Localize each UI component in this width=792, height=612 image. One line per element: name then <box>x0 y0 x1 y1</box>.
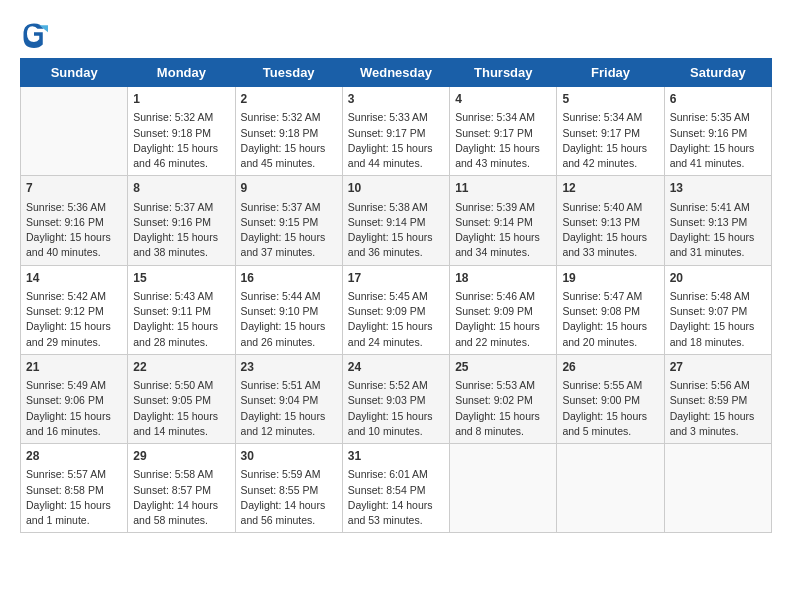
day-number: 3 <box>348 91 444 108</box>
day-info: Sunrise: 5:59 AMSunset: 8:55 PMDaylight:… <box>241 468 326 526</box>
calendar-cell: 22Sunrise: 5:50 AMSunset: 9:05 PMDayligh… <box>128 354 235 443</box>
calendar-cell <box>450 444 557 533</box>
day-info: Sunrise: 5:46 AMSunset: 9:09 PMDaylight:… <box>455 290 540 348</box>
day-info: Sunrise: 5:32 AMSunset: 9:18 PMDaylight:… <box>241 111 326 169</box>
calendar-cell: 29Sunrise: 5:58 AMSunset: 8:57 PMDayligh… <box>128 444 235 533</box>
calendar-cell: 18Sunrise: 5:46 AMSunset: 9:09 PMDayligh… <box>450 265 557 354</box>
day-info: Sunrise: 5:37 AMSunset: 9:15 PMDaylight:… <box>241 201 326 259</box>
day-number: 1 <box>133 91 229 108</box>
day-number: 24 <box>348 359 444 376</box>
weekday-header-sunday: Sunday <box>21 59 128 87</box>
day-info: Sunrise: 5:43 AMSunset: 9:11 PMDaylight:… <box>133 290 218 348</box>
day-number: 4 <box>455 91 551 108</box>
day-number: 29 <box>133 448 229 465</box>
calendar-cell: 9Sunrise: 5:37 AMSunset: 9:15 PMDaylight… <box>235 176 342 265</box>
day-number: 28 <box>26 448 122 465</box>
calendar-cell: 11Sunrise: 5:39 AMSunset: 9:14 PMDayligh… <box>450 176 557 265</box>
logo <box>20 20 52 48</box>
day-info: Sunrise: 5:52 AMSunset: 9:03 PMDaylight:… <box>348 379 433 437</box>
day-number: 27 <box>670 359 766 376</box>
calendar-week-row: 21Sunrise: 5:49 AMSunset: 9:06 PMDayligh… <box>21 354 772 443</box>
day-number: 19 <box>562 270 658 287</box>
calendar-cell <box>664 444 771 533</box>
day-info: Sunrise: 5:47 AMSunset: 9:08 PMDaylight:… <box>562 290 647 348</box>
calendar-cell: 12Sunrise: 5:40 AMSunset: 9:13 PMDayligh… <box>557 176 664 265</box>
day-info: Sunrise: 5:39 AMSunset: 9:14 PMDaylight:… <box>455 201 540 259</box>
day-info: Sunrise: 6:01 AMSunset: 8:54 PMDaylight:… <box>348 468 433 526</box>
day-info: Sunrise: 5:33 AMSunset: 9:17 PMDaylight:… <box>348 111 433 169</box>
day-number: 14 <box>26 270 122 287</box>
day-number: 11 <box>455 180 551 197</box>
calendar-cell: 7Sunrise: 5:36 AMSunset: 9:16 PMDaylight… <box>21 176 128 265</box>
day-info: Sunrise: 5:49 AMSunset: 9:06 PMDaylight:… <box>26 379 111 437</box>
page-header <box>20 20 772 48</box>
day-number: 23 <box>241 359 337 376</box>
day-number: 25 <box>455 359 551 376</box>
day-info: Sunrise: 5:48 AMSunset: 9:07 PMDaylight:… <box>670 290 755 348</box>
calendar-cell: 13Sunrise: 5:41 AMSunset: 9:13 PMDayligh… <box>664 176 771 265</box>
calendar-cell: 1Sunrise: 5:32 AMSunset: 9:18 PMDaylight… <box>128 87 235 176</box>
calendar-cell: 2Sunrise: 5:32 AMSunset: 9:18 PMDaylight… <box>235 87 342 176</box>
calendar-week-row: 28Sunrise: 5:57 AMSunset: 8:58 PMDayligh… <box>21 444 772 533</box>
calendar-cell: 31Sunrise: 6:01 AMSunset: 8:54 PMDayligh… <box>342 444 449 533</box>
calendar-cell: 20Sunrise: 5:48 AMSunset: 9:07 PMDayligh… <box>664 265 771 354</box>
logo-icon <box>20 20 48 48</box>
calendar-cell: 26Sunrise: 5:55 AMSunset: 9:00 PMDayligh… <box>557 354 664 443</box>
day-number: 26 <box>562 359 658 376</box>
weekday-header-friday: Friday <box>557 59 664 87</box>
day-info: Sunrise: 5:37 AMSunset: 9:16 PMDaylight:… <box>133 201 218 259</box>
day-number: 9 <box>241 180 337 197</box>
calendar-cell: 15Sunrise: 5:43 AMSunset: 9:11 PMDayligh… <box>128 265 235 354</box>
day-info: Sunrise: 5:44 AMSunset: 9:10 PMDaylight:… <box>241 290 326 348</box>
day-number: 2 <box>241 91 337 108</box>
day-number: 5 <box>562 91 658 108</box>
weekday-header-row: SundayMondayTuesdayWednesdayThursdayFrid… <box>21 59 772 87</box>
day-info: Sunrise: 5:34 AMSunset: 9:17 PMDaylight:… <box>455 111 540 169</box>
weekday-header-wednesday: Wednesday <box>342 59 449 87</box>
day-number: 8 <box>133 180 229 197</box>
calendar-cell: 16Sunrise: 5:44 AMSunset: 9:10 PMDayligh… <box>235 265 342 354</box>
calendar-cell <box>557 444 664 533</box>
calendar-week-row: 1Sunrise: 5:32 AMSunset: 9:18 PMDaylight… <box>21 87 772 176</box>
day-info: Sunrise: 5:56 AMSunset: 8:59 PMDaylight:… <box>670 379 755 437</box>
calendar-table: SundayMondayTuesdayWednesdayThursdayFrid… <box>20 58 772 533</box>
day-number: 21 <box>26 359 122 376</box>
day-number: 12 <box>562 180 658 197</box>
day-number: 16 <box>241 270 337 287</box>
calendar-cell: 27Sunrise: 5:56 AMSunset: 8:59 PMDayligh… <box>664 354 771 443</box>
weekday-header-saturday: Saturday <box>664 59 771 87</box>
calendar-cell: 4Sunrise: 5:34 AMSunset: 9:17 PMDaylight… <box>450 87 557 176</box>
day-info: Sunrise: 5:45 AMSunset: 9:09 PMDaylight:… <box>348 290 433 348</box>
calendar-cell: 5Sunrise: 5:34 AMSunset: 9:17 PMDaylight… <box>557 87 664 176</box>
calendar-cell: 19Sunrise: 5:47 AMSunset: 9:08 PMDayligh… <box>557 265 664 354</box>
day-number: 31 <box>348 448 444 465</box>
calendar-cell: 23Sunrise: 5:51 AMSunset: 9:04 PMDayligh… <box>235 354 342 443</box>
calendar-cell: 8Sunrise: 5:37 AMSunset: 9:16 PMDaylight… <box>128 176 235 265</box>
day-info: Sunrise: 5:42 AMSunset: 9:12 PMDaylight:… <box>26 290 111 348</box>
calendar-cell: 28Sunrise: 5:57 AMSunset: 8:58 PMDayligh… <box>21 444 128 533</box>
day-info: Sunrise: 5:36 AMSunset: 9:16 PMDaylight:… <box>26 201 111 259</box>
day-number: 18 <box>455 270 551 287</box>
day-info: Sunrise: 5:35 AMSunset: 9:16 PMDaylight:… <box>670 111 755 169</box>
day-info: Sunrise: 5:38 AMSunset: 9:14 PMDaylight:… <box>348 201 433 259</box>
calendar-cell <box>21 87 128 176</box>
day-info: Sunrise: 5:34 AMSunset: 9:17 PMDaylight:… <box>562 111 647 169</box>
day-number: 6 <box>670 91 766 108</box>
day-number: 30 <box>241 448 337 465</box>
calendar-cell: 21Sunrise: 5:49 AMSunset: 9:06 PMDayligh… <box>21 354 128 443</box>
day-info: Sunrise: 5:57 AMSunset: 8:58 PMDaylight:… <box>26 468 111 526</box>
weekday-header-monday: Monday <box>128 59 235 87</box>
day-info: Sunrise: 5:50 AMSunset: 9:05 PMDaylight:… <box>133 379 218 437</box>
weekday-header-thursday: Thursday <box>450 59 557 87</box>
day-number: 7 <box>26 180 122 197</box>
calendar-cell: 25Sunrise: 5:53 AMSunset: 9:02 PMDayligh… <box>450 354 557 443</box>
day-number: 13 <box>670 180 766 197</box>
day-number: 15 <box>133 270 229 287</box>
day-info: Sunrise: 5:41 AMSunset: 9:13 PMDaylight:… <box>670 201 755 259</box>
calendar-cell: 6Sunrise: 5:35 AMSunset: 9:16 PMDaylight… <box>664 87 771 176</box>
calendar-cell: 24Sunrise: 5:52 AMSunset: 9:03 PMDayligh… <box>342 354 449 443</box>
calendar-week-row: 14Sunrise: 5:42 AMSunset: 9:12 PMDayligh… <box>21 265 772 354</box>
weekday-header-tuesday: Tuesday <box>235 59 342 87</box>
calendar-cell: 17Sunrise: 5:45 AMSunset: 9:09 PMDayligh… <box>342 265 449 354</box>
day-info: Sunrise: 5:55 AMSunset: 9:00 PMDaylight:… <box>562 379 647 437</box>
